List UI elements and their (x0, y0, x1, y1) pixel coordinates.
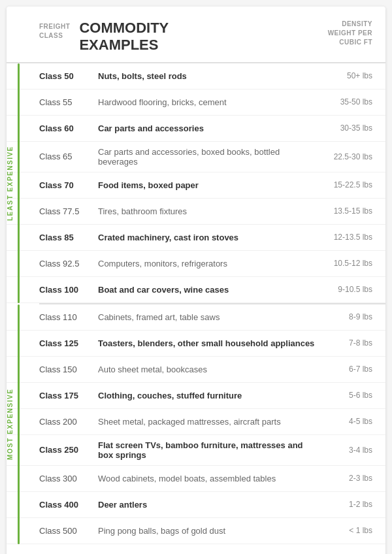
commodity-examples-label: COMMODITY EXAMPLES (79, 20, 169, 54)
class-label: Class 400 (39, 500, 98, 510)
table-row: Class 77.5Tires, bathroom fixtures13.5-1… (7, 199, 385, 225)
table-row: Class 100Boat and car covers, wine cases… (7, 277, 385, 303)
density-value: 1-2 lbs (320, 500, 372, 509)
density-value: < 1 lbs (320, 526, 372, 535)
density-value: 8-9 lbs (320, 312, 372, 321)
commodity-text: Sheet metal, packaged mattresses, aircra… (98, 417, 320, 427)
density-value: 4-5 lbs (320, 417, 372, 426)
class-label: Class 150 (39, 365, 98, 374)
density-label: DENSITY WEIGHT PER CUBIC FT (328, 20, 372, 47)
table-header: FREIGHT CLASS COMMODITY EXAMPLES DENSITY… (7, 20, 385, 63)
table-row: Class 65Car parts and accessories, boxed… (7, 142, 385, 172)
class-label: Class 85 (39, 233, 98, 242)
density-value: 3-4 lbs (320, 446, 372, 455)
table-row: Class 250Flat screen TVs, bamboo furnitu… (7, 435, 385, 466)
density-value: 12-13.5 lbs (320, 233, 372, 242)
commodity-text: Ping pong balls, bags of gold dust (98, 526, 320, 536)
commodity-text: Tires, bathroom fixtures (98, 206, 320, 216)
table-row: Class 400Deer antlers1-2 lbs (7, 492, 385, 518)
class-label: Class 77.5 (39, 206, 98, 216)
table-row: Class 125Toasters, blenders, other small… (7, 331, 385, 357)
class-label: Class 110 (39, 312, 98, 322)
commodity-text: Car parts and accessories (98, 123, 320, 133)
commodity-text: Boat and car covers, wine cases (98, 285, 320, 295)
commodity-text: Computers, monitors, refrigerators (98, 259, 320, 269)
table-row: Class 500Ping pong balls, bags of gold d… (7, 518, 385, 544)
density-value: 7-8 lbs (320, 338, 372, 348)
table-row: Class 60Car parts and accessories30-35 l… (7, 116, 385, 142)
most-expensive-bar (18, 304, 20, 544)
commodity-text: Auto sheet metal, bookcases (98, 365, 320, 374)
table-row: Class 50Nuts, bolts, steel rods50+ lbs (7, 63, 385, 90)
freight-class-label: FREIGHT CLASS (39, 20, 70, 41)
table-row: Class 150Auto sheet metal, bookcases6-7 … (7, 357, 385, 383)
table-row: Class 70Food items, boxed paper15-22.5 l… (7, 172, 385, 199)
commodity-text: Wood cabinets, model boats, assembled ta… (98, 474, 320, 483)
class-label: Class 100 (39, 285, 98, 295)
commodity-text: Food items, boxed paper (98, 180, 320, 190)
commodity-text: Crated machinery, cast iron stoves (98, 233, 320, 242)
commodity-text: Hardwood flooring, bricks, cement (98, 97, 320, 107)
density-value: 30-35 lbs (320, 123, 372, 133)
density-value: 22.5-30 lbs (320, 152, 372, 161)
class-label: Class 200 (39, 417, 98, 427)
commodity-text: Nuts, bolts, steel rods (98, 71, 320, 81)
table-row: Class 55Hardwood flooring, bricks, cemen… (7, 90, 385, 116)
most-expensive-label: MOST EXPENSIVE (7, 304, 14, 544)
header-left: FREIGHT CLASS COMMODITY EXAMPLES (39, 20, 169, 54)
commodity-text: Car parts and accessories, boxed books, … (98, 147, 320, 167)
commodity-text: Deer antlers (98, 500, 320, 510)
class-label: Class 55 (39, 97, 98, 107)
density-value: 9-10.5 lbs (320, 285, 372, 294)
freight-class-table: FREIGHT CLASS COMMODITY EXAMPLES DENSITY… (7, 7, 385, 554)
class-label: Class 65 (39, 152, 98, 161)
commodity-text: Clothing, couches, stuffed furniture (98, 391, 320, 400)
class-label: Class 92.5 (39, 259, 98, 269)
class-label: Class 300 (39, 474, 98, 483)
density-value: 10.5-12 lbs (320, 259, 372, 268)
commodity-text: Toasters, blenders, other small househol… (98, 338, 320, 348)
table-row: Class 300Wood cabinets, model boats, ass… (7, 466, 385, 492)
density-value: 35-50 lbs (320, 97, 372, 106)
table-body: Class 50Nuts, bolts, steel rods50+ lbsCl… (7, 63, 385, 544)
class-label: Class 500 (39, 526, 98, 536)
class-label: Class 70 (39, 180, 98, 190)
density-value: 2-3 lbs (320, 474, 372, 483)
commodity-text: Cabinets, framed art, table saws (98, 312, 320, 322)
table-row: Class 200Sheet metal, packaged mattresse… (7, 409, 385, 435)
density-value: 15-22.5 lbs (320, 180, 372, 189)
table-row: Class 92.5Computers, monitors, refrigera… (7, 251, 385, 277)
table-row: Class 175Clothing, couches, stuffed furn… (7, 383, 385, 409)
class-label: Class 175 (39, 391, 98, 400)
density-value: 6-7 lbs (320, 365, 372, 374)
density-value: 5-6 lbs (320, 391, 372, 400)
commodity-text: Flat screen TVs, bamboo furniture, mattr… (98, 440, 320, 460)
table-row: Class 110Cabinets, framed art, table saw… (7, 304, 385, 331)
density-value: 50+ lbs (320, 71, 372, 80)
table-row: Class 85Crated machinery, cast iron stov… (7, 225, 385, 251)
class-label: Class 50 (39, 71, 98, 81)
least-expensive-label: LEAST EXPENSIVE (7, 63, 14, 303)
class-label: Class 125 (39, 338, 98, 348)
class-label: Class 60 (39, 123, 98, 133)
least-expensive-bar (18, 63, 20, 303)
density-value: 13.5-15 lbs (320, 206, 372, 216)
class-label: Class 250 (39, 445, 98, 455)
